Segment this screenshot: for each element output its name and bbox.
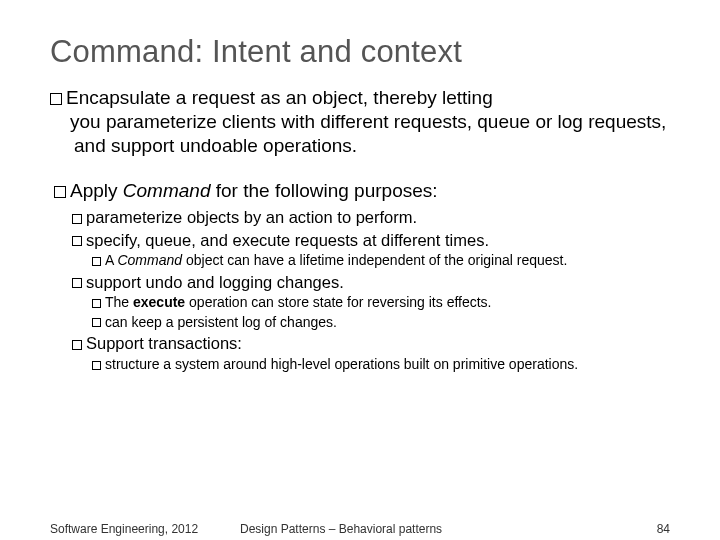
- bullet-apply-b: for the following purposes:: [210, 180, 437, 201]
- bullet-box-icon: [92, 361, 101, 370]
- footer-center: Design Patterns – Behavioral patterns: [240, 522, 442, 536]
- keyword-command: Command: [117, 252, 182, 268]
- sub-undo-detail-2: can keep a persistent log of changes.: [92, 314, 670, 332]
- sub-specify: specify, queue, and execute requests at …: [72, 230, 670, 251]
- sub-parameterize-text: parameterize objects by an action to per…: [86, 208, 417, 226]
- sub-undo-detail-1a: The: [105, 294, 133, 310]
- bullet-box-icon: [72, 340, 82, 350]
- sub-undo-text: support undo and logging changes.: [86, 273, 344, 291]
- footer-page-number: 84: [657, 522, 670, 536]
- sub-specify-detail-b: object can have a lifetime independent o…: [182, 252, 567, 268]
- slide-title: Command: Intent and context: [50, 34, 670, 70]
- sub-specify-text: specify, queue, and execute requests at …: [86, 231, 489, 249]
- sub-transactions: Support transactions:: [72, 333, 670, 354]
- sub-specify-detail-a: A: [105, 252, 117, 268]
- bullet-box-icon: [92, 318, 101, 327]
- bullet-intent-lead: Encapsulate a request as an object, ther…: [66, 87, 493, 108]
- bullet-intent-cont: you parameterize clients with different …: [54, 110, 670, 158]
- bullet-box-icon: [72, 214, 82, 224]
- slide: Command: Intent and context Encapsulate …: [0, 0, 720, 540]
- bullet-box-icon: [54, 186, 66, 198]
- bullet-box-icon: [92, 299, 101, 308]
- bullet-intent: Encapsulate a request as an object, ther…: [50, 86, 670, 157]
- sub-transactions-detail: structure a system around high-level ope…: [92, 356, 670, 374]
- bullet-apply: Apply Command for the following purposes…: [50, 179, 670, 203]
- keyword-command: Command: [123, 180, 211, 201]
- bullet-apply-a: Apply: [70, 180, 123, 201]
- bullet-box-icon: [72, 278, 82, 288]
- bullet-box-icon: [50, 93, 62, 105]
- sub-undo-detail-1: The execute operation can store state fo…: [92, 294, 670, 312]
- bullet-box-icon: [92, 257, 101, 266]
- sub-parameterize: parameterize objects by an action to per…: [72, 207, 670, 228]
- footer-left: Software Engineering, 2012: [50, 522, 198, 536]
- keyword-execute: execute: [133, 294, 185, 310]
- sub-undo: support undo and logging changes.: [72, 272, 670, 293]
- sub-transactions-text: Support transactions:: [86, 334, 242, 352]
- sub-specify-detail: A Command object can have a lifetime ind…: [92, 252, 670, 270]
- sub-undo-detail-1b: operation can store state for reversing …: [185, 294, 491, 310]
- sub-transactions-detail-text: structure a system around high-level ope…: [105, 356, 578, 372]
- sub-undo-detail-2-text: can keep a persistent log of changes.: [105, 314, 337, 330]
- bullet-box-icon: [72, 236, 82, 246]
